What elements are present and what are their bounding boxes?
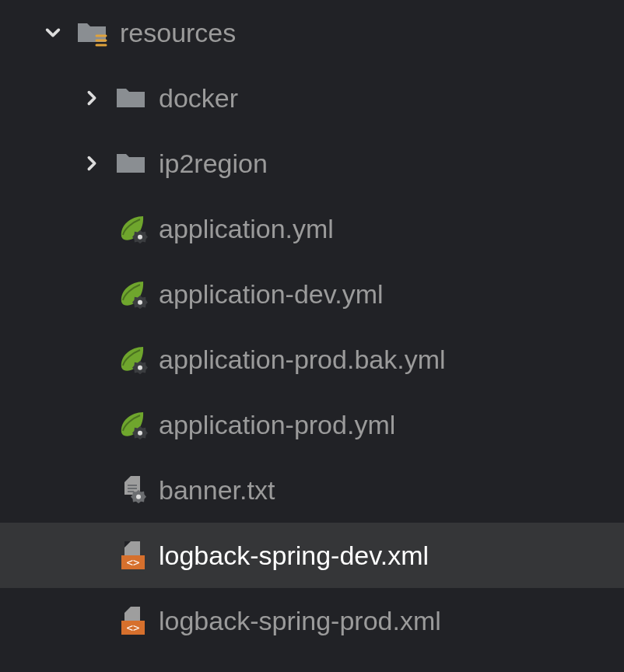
chevron-down-icon[interactable]	[39, 19, 67, 47]
tree-item-label: docker	[159, 83, 238, 114]
spring-config-icon	[114, 212, 148, 246]
chevron-placeholder	[78, 280, 106, 308]
project-tree[interactable]: resourcesdockerip2regionapplication.ymla…	[0, 0, 624, 653]
tree-item-label: banner.txt	[159, 475, 275, 506]
tree-item-label: logback-spring-dev.xml	[159, 541, 429, 571]
text-file-icon	[114, 473, 148, 507]
xml-file-icon	[114, 538, 148, 572]
tree-item-label: application.yml	[159, 214, 334, 244]
tree-item[interactable]: application-prod.bak.yml	[0, 327, 624, 392]
tree-item[interactable]: application-prod.yml	[0, 392, 624, 457]
chevron-placeholder	[78, 215, 106, 243]
chevron-placeholder	[78, 541, 106, 569]
tree-item-label: application-prod.yml	[159, 410, 395, 440]
tree-item[interactable]: docker	[0, 65, 624, 131]
chevron-placeholder	[78, 345, 106, 373]
spring-config-icon	[114, 342, 148, 376]
spring-config-icon	[114, 277, 148, 311]
xml-file-icon	[114, 604, 148, 638]
folder-icon	[114, 81, 148, 115]
tree-item-label: ip2region	[159, 149, 268, 179]
resources-folder-icon	[75, 16, 109, 50]
tree-item-label: logback-spring-prod.xml	[159, 606, 441, 636]
tree-item[interactable]: banner.txt	[0, 457, 624, 523]
tree-item[interactable]: logback-spring-dev.xml	[0, 523, 624, 588]
tree-item-label: application-dev.yml	[159, 279, 384, 310]
tree-item-label: resources	[120, 18, 236, 48]
tree-item-label: application-prod.bak.yml	[159, 345, 446, 375]
chevron-placeholder	[78, 607, 106, 635]
tree-item[interactable]: logback-spring-prod.xml	[0, 588, 624, 653]
chevron-placeholder	[78, 476, 106, 504]
chevron-right-icon[interactable]	[78, 149, 106, 177]
tree-item[interactable]: resources	[0, 0, 624, 65]
chevron-placeholder	[78, 411, 106, 439]
tree-item[interactable]: ip2region	[0, 131, 624, 196]
chevron-right-icon[interactable]	[78, 84, 106, 112]
folder-icon	[114, 146, 148, 180]
spring-config-icon	[114, 408, 148, 442]
tree-item[interactable]: application.yml	[0, 196, 624, 261]
tree-item[interactable]: application-dev.yml	[0, 261, 624, 327]
